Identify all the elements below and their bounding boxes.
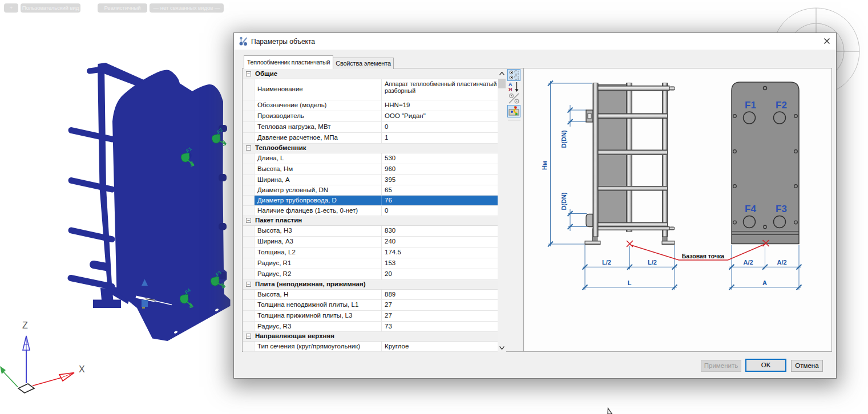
svg-text:А/2: А/2 [743,259,753,266]
svg-text:L: L [628,279,632,286]
svg-text:А/2: А/2 [777,259,786,266]
svg-text:L/2: L/2 [648,259,657,266]
svg-text:D(DN): D(DN) [560,130,567,148]
svg-text:А: А [762,279,767,286]
svg-text:X: X [79,364,85,374]
svg-text:Z: Z [22,320,28,330]
svg-text:Нм: Нм [541,161,548,170]
svg-text:D(DN): D(DN) [560,192,567,210]
svg-text:F1: F1 [745,100,756,111]
svg-text:F2: F2 [776,100,787,111]
svg-text:F4: F4 [745,204,756,214]
svg-text:L/2: L/2 [602,259,611,266]
svg-text:F3: F3 [776,204,787,214]
svg-text:Я: Я [508,87,512,92]
svg-text:Базовая точка: Базовая точка [682,253,725,259]
